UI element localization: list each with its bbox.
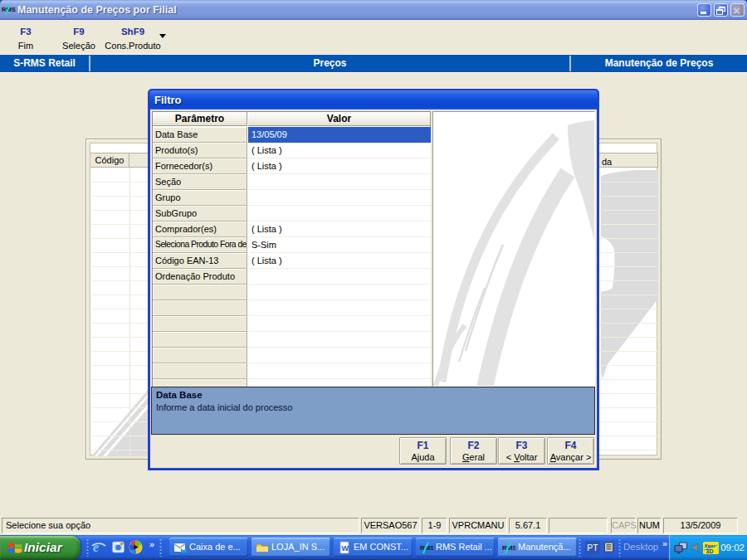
svg-text:W: W [341,544,349,553]
svg-text:e: e [93,540,99,554]
svg-text:Xear: Xear [704,543,716,548]
